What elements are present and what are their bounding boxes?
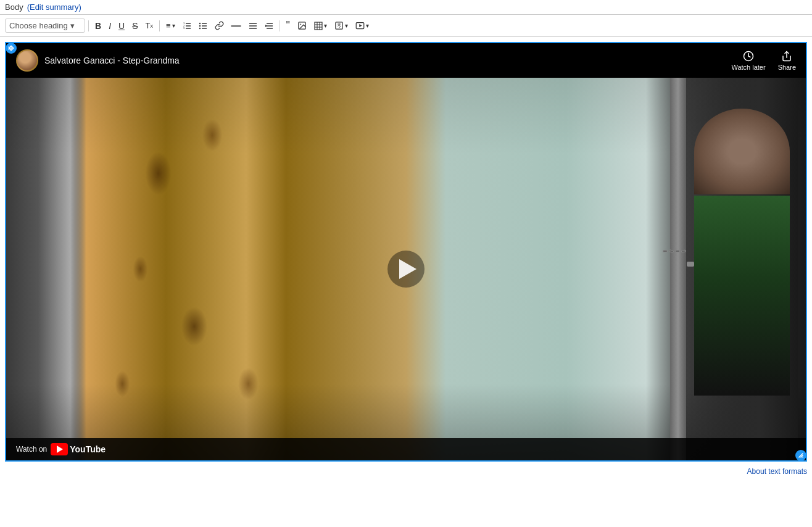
- svg-text:3: 3: [183, 27, 185, 30]
- resize-icon: [798, 452, 804, 459]
- watch-later-label: Watch later: [731, 64, 765, 71]
- editor-toolbar: Choose heading ▾ B I U S Tx ≡ ▾ 123 — ": [0, 14, 812, 37]
- strikethrough-button[interactable]: S: [129, 19, 141, 33]
- video-scene: Watch on YouTube: [6, 78, 806, 460]
- blockquote-button[interactable]: ": [283, 17, 293, 34]
- media-dropdown-button[interactable]: ▾: [352, 19, 372, 32]
- svg-marker-28: [359, 24, 362, 27]
- italic-button[interactable]: I: [106, 19, 114, 33]
- youtube-logo-icon: [51, 443, 68, 455]
- svg-rect-26: [336, 22, 342, 29]
- resize-handle-top-left[interactable]: [6, 43, 17, 54]
- align-dropdown-button[interactable]: ≡ ▾: [163, 19, 178, 32]
- hr-button[interactable]: —: [228, 19, 244, 33]
- youtube-logo[interactable]: YouTube: [51, 443, 106, 455]
- watch-on-youtube-area: Watch on YouTube: [16, 443, 106, 455]
- youtube-title-area: Salvatore Ganacci - Step-Grandma: [16, 49, 180, 72]
- special-chars-icon: [334, 21, 344, 30]
- toolbar-divider-1: [88, 20, 89, 31]
- svg-marker-18: [265, 25, 267, 27]
- media-arrow-icon: ▾: [366, 22, 369, 29]
- image-icon: [297, 21, 307, 30]
- svg-point-11: [199, 27, 200, 28]
- youtube-logo-text: YouTube: [70, 444, 106, 454]
- link-icon: [215, 21, 224, 30]
- editor-content-area[interactable]: Salvatore Ganacci - Step-Grandma Watch l…: [5, 42, 807, 462]
- avatar-image: [17, 51, 37, 70]
- image-button[interactable]: [294, 19, 310, 32]
- toolbar-divider-2: [159, 20, 160, 31]
- watch-later-button[interactable]: Watch later: [731, 51, 765, 71]
- heading-select[interactable]: Choose heading ▾: [5, 19, 85, 33]
- table-arrow-icon: ▾: [324, 22, 327, 29]
- edit-summary-link[interactable]: (Edit summary): [27, 2, 81, 12]
- video-title: Salvatore Ganacci - Step-Grandma: [44, 56, 180, 65]
- heading-select-arrow: ▾: [70, 21, 75, 30]
- play-triangle-icon: [399, 259, 416, 279]
- resize-handle-bottom-right[interactable]: [795, 450, 806, 461]
- clear-format-button[interactable]: Tx: [142, 19, 155, 32]
- table-dropdown-button[interactable]: ▾: [311, 20, 330, 32]
- svg-point-10: [199, 25, 200, 26]
- svg-point-20: [300, 23, 301, 25]
- unordered-list-button[interactable]: [196, 20, 210, 32]
- align-icon: ≡: [166, 21, 171, 30]
- special-chars-arrow-icon: ▾: [345, 22, 348, 29]
- body-label-row: Body (Edit summary): [0, 0, 812, 14]
- video-thumbnail[interactable]: Watch on YouTube: [6, 78, 806, 460]
- bullet-indent-icon: [249, 22, 257, 30]
- move-icon: [8, 45, 14, 51]
- bullet-indent-button[interactable]: [246, 20, 260, 32]
- bold-button[interactable]: B: [92, 19, 104, 33]
- media-icon: [355, 21, 365, 30]
- underline-button[interactable]: U: [115, 19, 128, 33]
- play-button-overlay[interactable]: [387, 251, 425, 288]
- svg-rect-21: [315, 22, 322, 30]
- share-label: Share: [778, 64, 796, 71]
- man-body: [694, 196, 790, 396]
- man-at-door: [694, 109, 790, 396]
- man-head: [694, 109, 790, 195]
- watch-on-text: Watch on: [16, 445, 47, 454]
- ordered-list-icon: 123: [183, 22, 191, 30]
- door-latch: [687, 262, 694, 267]
- toolbar-divider-3: [280, 20, 280, 31]
- youtube-header: Salvatore Ganacci - Step-Grandma Watch l…: [6, 43, 806, 78]
- share-button[interactable]: Share: [778, 51, 796, 71]
- align-arrow-icon: ▾: [172, 22, 175, 29]
- svg-point-9: [199, 22, 200, 23]
- unordered-list-icon: [199, 22, 207, 30]
- door-chain-element: [663, 250, 686, 252]
- table-icon: [314, 22, 323, 30]
- indent-button[interactable]: [262, 20, 276, 32]
- special-chars-dropdown-button[interactable]: ▾: [331, 19, 351, 32]
- heading-select-label: Choose heading: [9, 21, 68, 30]
- about-text-formats-link[interactable]: About text formats: [747, 467, 807, 476]
- indent-icon: [265, 22, 273, 30]
- channel-avatar: [16, 49, 38, 72]
- link-button[interactable]: [212, 19, 227, 32]
- share-icon: [781, 51, 792, 62]
- youtube-embed: Salvatore Ganacci - Step-Grandma Watch l…: [6, 43, 806, 460]
- watch-later-icon: [743, 51, 754, 62]
- footer-area: About text formats: [0, 462, 812, 480]
- body-text: Body: [5, 2, 23, 12]
- ordered-list-button[interactable]: 123: [180, 20, 194, 32]
- youtube-actions: Watch later Share: [731, 51, 796, 71]
- youtube-bottom-bar: Watch on YouTube: [6, 438, 806, 460]
